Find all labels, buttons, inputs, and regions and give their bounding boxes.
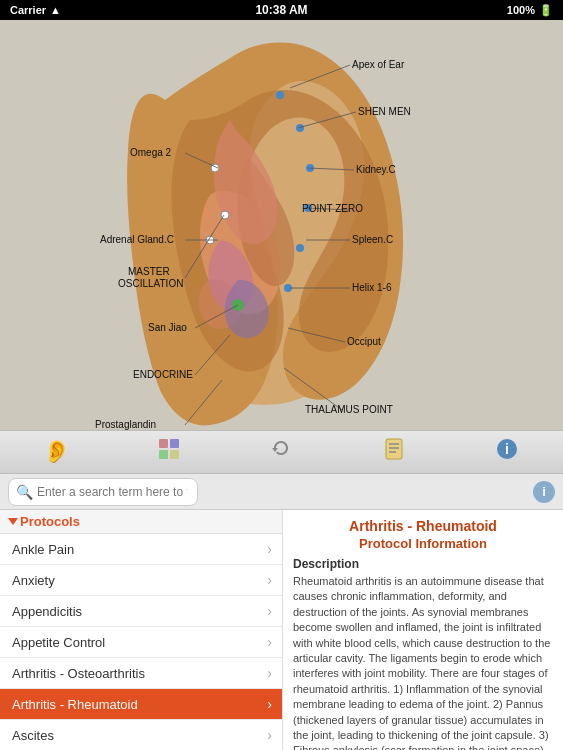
chevron-icon: › <box>267 541 272 557</box>
protocol-item-arthritis-osteo[interactable]: Arthritis - Osteoarthritis› <box>0 658 282 689</box>
svg-text:i: i <box>505 441 509 457</box>
svg-text:Adrenal Gland.C: Adrenal Gland.C <box>100 234 174 245</box>
protocol-item-appendicitis[interactable]: Appendicitis› <box>0 596 282 627</box>
refresh-icon <box>269 437 293 467</box>
svg-text:POINT ZERO: POINT ZERO <box>302 203 363 214</box>
tab-notes[interactable] <box>338 431 451 473</box>
grid-icon <box>157 437 181 467</box>
info-body: Rheumatoid arthritis is an autoimmune di… <box>293 574 553 750</box>
svg-text:Spleen.C: Spleen.C <box>352 234 393 245</box>
svg-rect-45 <box>386 439 402 459</box>
search-info-button[interactable]: i <box>533 481 555 503</box>
protocol-item-ascites[interactable]: Ascites› <box>0 720 282 750</box>
svg-text:Kidney.C: Kidney.C <box>356 164 396 175</box>
svg-point-3 <box>276 91 284 99</box>
protocols-label: Protocols <box>20 514 80 529</box>
info-title: Arthritis - Rheumatoid <box>293 518 553 534</box>
tab-refresh[interactable] <box>225 431 338 473</box>
info-icon: i <box>495 437 519 467</box>
info-panel: Arthritis - Rheumatoid Protocol Informat… <box>283 510 563 750</box>
svg-text:Helix 1-6: Helix 1-6 <box>352 282 392 293</box>
svg-rect-41 <box>159 439 168 448</box>
carrier-label: Carrier <box>10 4 46 16</box>
protocol-label-appendicitis: Appendicitis <box>12 604 82 619</box>
svg-rect-42 <box>170 439 179 448</box>
info-subtitle: Protocol Information <box>293 536 553 551</box>
protocol-label-anxiety: Anxiety <box>12 573 55 588</box>
tab-bar: 👂 <box>0 430 563 474</box>
ear-icon: 👂 <box>43 439 70 465</box>
svg-point-7 <box>296 244 304 252</box>
svg-text:San Jiao: San Jiao <box>148 322 187 333</box>
protocols-panel: Protocols Ankle Pain›Anxiety›Appendiciti… <box>0 510 283 750</box>
collapse-triangle[interactable] <box>8 518 18 525</box>
protocol-item-appetite-control[interactable]: Appetite Control› <box>0 627 282 658</box>
tab-info[interactable]: i <box>450 431 563 473</box>
svg-rect-44 <box>170 450 179 459</box>
status-bar: Carrier ▲ 10:38 AM 100% 🔋 <box>0 0 563 20</box>
svg-text:Apex of Ear: Apex of Ear <box>352 59 405 70</box>
ear-diagram: Apex of Ear SHEN MEN Omega 2 Kidney.C PO… <box>0 20 563 430</box>
protocol-label-appetite-control: Appetite Control <box>12 635 105 650</box>
chevron-icon: › <box>267 696 272 712</box>
protocol-label-arthritis-rheum: Arthritis - Rheumatoid <box>12 697 138 712</box>
tab-grid[interactable] <box>113 431 226 473</box>
svg-point-4 <box>296 124 304 132</box>
svg-text:MASTER: MASTER <box>128 266 170 277</box>
protocol-item-anxiety[interactable]: Anxiety› <box>0 565 282 596</box>
tab-ear[interactable]: 👂 <box>0 431 113 473</box>
search-wrapper: 🔍 <box>8 478 527 506</box>
svg-text:SHEN MEN: SHEN MEN <box>358 106 411 117</box>
chevron-icon: › <box>267 634 272 650</box>
chevron-icon: › <box>267 665 272 681</box>
notes-icon <box>382 437 406 467</box>
svg-text:Prostaglandin: Prostaglandin <box>95 419 156 430</box>
svg-rect-43 <box>159 450 168 459</box>
protocol-item-ankle-pain[interactable]: Ankle Pain› <box>0 534 282 565</box>
protocol-label-ascites: Ascites <box>12 728 54 743</box>
protocol-label-arthritis-osteo: Arthritis - Osteoarthritis <box>12 666 145 681</box>
info-section-label: Description <box>293 557 553 571</box>
svg-text:Occiput: Occiput <box>347 336 381 347</box>
svg-text:ENDOCRINE: ENDOCRINE <box>133 369 193 380</box>
svg-text:THALAMUS POINT: THALAMUS POINT <box>305 404 393 415</box>
protocol-label-ankle-pain: Ankle Pain <box>12 542 74 557</box>
battery-label: 100% <box>507 4 535 16</box>
search-input[interactable] <box>8 478 198 506</box>
chevron-icon: › <box>267 572 272 588</box>
protocols-header: Protocols <box>0 510 282 534</box>
chevron-icon: › <box>267 727 272 743</box>
svg-text:OSCILLATION: OSCILLATION <box>118 278 183 289</box>
main-content: Protocols Ankle Pain›Anxiety›Appendiciti… <box>0 510 563 750</box>
signal-icon: ▲ <box>50 4 61 16</box>
svg-text:Omega 2: Omega 2 <box>130 147 172 158</box>
protocol-item-arthritis-rheum[interactable]: Arthritis - Rheumatoid› <box>0 689 282 720</box>
search-bar: 🔍 i <box>0 474 563 510</box>
protocols-list: Ankle Pain›Anxiety›Appendicitis›Appetite… <box>0 534 282 750</box>
battery-icon: 🔋 <box>539 4 553 17</box>
time-label: 10:38 AM <box>255 3 307 17</box>
chevron-icon: › <box>267 603 272 619</box>
